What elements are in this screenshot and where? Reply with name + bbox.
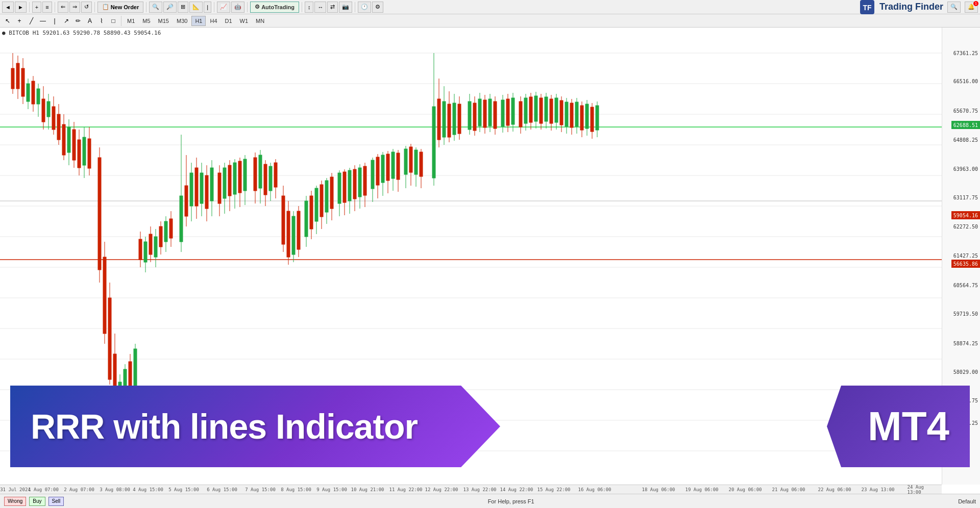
timeframe-m1[interactable]: M1	[124, 16, 138, 26]
period-sep-button[interactable]: |	[204, 2, 211, 13]
svg-rect-166	[414, 150, 418, 174]
crosshair-tool[interactable]: +	[14, 16, 25, 26]
svg-rect-116	[274, 163, 277, 187]
price-label-63117: 63117.75	[953, 195, 978, 200]
svg-rect-230	[596, 106, 599, 130]
templates-button[interactable]: 📐	[189, 2, 203, 13]
svg-rect-118	[282, 196, 285, 244]
wrong-button[interactable]: Wrong	[4, 497, 26, 506]
arrow-tool[interactable]: ↗	[61, 16, 72, 26]
back-history-button[interactable]: ⇐	[58, 2, 68, 13]
svg-rect-178	[453, 103, 456, 135]
svg-rect-150	[371, 160, 374, 189]
line-tool[interactable]: ╱	[26, 16, 37, 26]
indicators-button[interactable]: 📈	[217, 2, 230, 13]
banner-badge-text: MT4	[868, 403, 949, 450]
time-label-23: 24 Aug 13:00	[908, 485, 930, 495]
svg-rect-136	[330, 177, 333, 209]
svg-rect-210	[545, 97, 548, 121]
chart-area[interactable]: ● BITCOB H1 59201.63 59290.78 58890.43 5…	[0, 28, 980, 508]
svg-rect-224	[580, 106, 583, 130]
back-button[interactable]: ◄	[2, 2, 14, 13]
time-label-19: 20 Aug 06:00	[728, 487, 762, 492]
time-label-11: 11 Aug 22:00	[389, 487, 422, 492]
autoscroll-button[interactable]: ⇄	[327, 2, 338, 13]
price-label-58874: 58874.25	[953, 341, 978, 346]
screenshot-button[interactable]: 📷	[339, 2, 352, 13]
fib-tool[interactable]: ⌇	[96, 16, 107, 26]
time-label-7: 7 Aug 15:00	[245, 487, 276, 492]
chart-shift-button[interactable]: ↔	[314, 2, 326, 13]
svg-rect-106	[243, 159, 247, 191]
time-label-10: 10 Aug 21:00	[351, 487, 384, 492]
price-label-65670: 65670.75	[953, 108, 978, 114]
help-text: For Help, press F1	[488, 498, 534, 504]
sell-button[interactable]: Sell	[48, 497, 64, 506]
timeframe-m15[interactable]: M15	[155, 16, 173, 26]
buy-button[interactable]: Buy	[29, 497, 45, 506]
svg-rect-30	[37, 89, 40, 104]
price-label-66516: 66516.00	[953, 79, 978, 84]
period-button[interactable]: ↕	[305, 2, 314, 13]
svg-rect-54	[103, 257, 106, 334]
chart-props-button[interactable]: ⊞	[178, 2, 188, 13]
svg-rect-208	[540, 98, 543, 123]
timeframe-m30[interactable]: M30	[173, 16, 191, 26]
rect-tool[interactable]: □	[108, 16, 119, 26]
pencil-tool[interactable]: ✏	[72, 16, 84, 26]
svg-rect-102	[233, 163, 236, 194]
clock-button[interactable]: 🕐	[358, 2, 371, 13]
svg-rect-188	[483, 100, 486, 128]
time-label-5: 5 Aug 15:00	[168, 487, 199, 492]
refresh-button[interactable]: ↺	[81, 2, 92, 13]
search-button[interactable]: 🔍	[947, 2, 961, 13]
svg-rect-142	[348, 170, 351, 201]
price-label-60564: 60564.75	[953, 283, 978, 288]
timeframe-h1[interactable]: H1	[191, 16, 206, 26]
profiles-button[interactable]: ≡	[42, 2, 52, 13]
forward-button[interactable]: ►	[15, 2, 27, 13]
time-label-8: 8 Aug 15:00	[281, 487, 311, 492]
svg-rect-130	[315, 188, 318, 221]
svg-rect-140	[343, 172, 346, 202]
svg-rect-98	[223, 168, 226, 198]
time-label-17: 18 Aug 06:00	[642, 487, 675, 492]
zoom-out-button[interactable]: 🔎	[163, 2, 177, 13]
settings-button[interactable]: ⚙	[372, 2, 383, 13]
text-tool[interactable]: A	[84, 16, 95, 26]
auto-trading-label: AutoTrading	[261, 4, 295, 10]
timeframe-w1[interactable]: W1	[236, 16, 252, 26]
timeframe-h4[interactable]: H4	[206, 16, 220, 26]
timeframe-m5[interactable]: M5	[139, 16, 154, 26]
time-label-20: 21 Aug 06:00	[772, 487, 805, 492]
time-label-4: 4 Aug 15:00	[133, 487, 163, 492]
price-label-62272: 62272.50	[953, 224, 978, 230]
cursor-tool[interactable]: ↖	[2, 16, 13, 26]
trading-finder-name: Trading Finder	[879, 2, 943, 12]
new-order-button[interactable]: 📋 New Order	[97, 2, 144, 13]
svg-rect-124	[297, 211, 300, 249]
experts-button[interactable]: 🤖	[231, 2, 244, 13]
separator-5	[214, 2, 214, 12]
time-label-15: 15 Aug 22:00	[537, 487, 570, 492]
zoom-in-button[interactable]: 🔍	[149, 2, 162, 13]
fwd-history-button[interactable]: ⇒	[69, 2, 80, 13]
auto-trading-button[interactable]: ⚙ AutoTrading	[250, 2, 299, 13]
svg-rect-194	[501, 100, 504, 126]
svg-rect-22	[16, 63, 19, 89]
svg-rect-148	[363, 166, 366, 195]
svg-rect-216	[560, 100, 563, 125]
svg-rect-24	[21, 68, 24, 96]
timeframe-d1[interactable]: D1	[222, 16, 236, 26]
trading-finder-logo: TF Trading Finder	[859, 0, 943, 15]
price-badge-current: 59054.16	[951, 211, 980, 219]
svg-rect-104	[238, 161, 241, 193]
timeframe-mn[interactable]: MN	[252, 16, 268, 26]
banner-badge: MT4	[827, 386, 970, 467]
hline-tool[interactable]: —	[37, 16, 48, 26]
separator-8	[355, 2, 355, 12]
notification-button[interactable]: 🔔 1	[965, 2, 978, 13]
new-chart-button[interactable]: +	[32, 2, 41, 13]
svg-rect-170	[432, 107, 435, 178]
vline-tool[interactable]: |	[49, 16, 60, 26]
